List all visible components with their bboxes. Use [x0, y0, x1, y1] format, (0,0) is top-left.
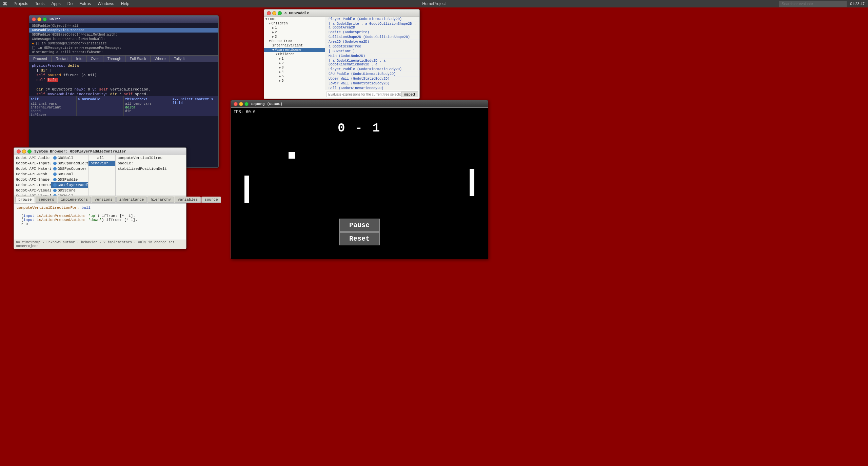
list-item[interactable]: GDSCpuPaddleCont [51, 161, 88, 166]
menu-tools[interactable]: Tools [32, 1, 48, 7]
list-item[interactable]: Godot-API-Shape [14, 177, 51, 182]
tree-item[interactable]: ▶4 [264, 70, 325, 74]
tree-item-children[interactable]: ▼Children [264, 21, 325, 26]
close-button[interactable] [32, 17, 36, 21]
list-item[interactable]: Godot-API-VisualScript [14, 188, 51, 193]
menu-windows[interactable]: Windows [94, 1, 118, 7]
close-button[interactable] [267, 11, 271, 15]
list-item[interactable]: Godot-API-VisualShade [14, 193, 51, 196]
tab-inheritance[interactable]: inheritance [116, 197, 147, 203]
list-item[interactable]: GDSFpsCounter [51, 166, 88, 171]
inspect-button[interactable]: inspect [401, 92, 418, 97]
tree-item[interactable]: ▶6 [264, 79, 325, 83]
info-button[interactable]: Info [72, 56, 86, 62]
list-item[interactable]: GDSGoal [51, 171, 88, 177]
tree-item-scene-tree[interactable]: ▼Scene Tree [264, 39, 325, 43]
tree-item[interactable]: ▼Children [264, 52, 325, 57]
list-item[interactable]: Godot-API-InputEvent [14, 161, 51, 166]
tree-panel: ▼root ▼Children ▶1 ▶2 ▶3 ▼Scene Tree int… [264, 17, 325, 99]
stack-item[interactable]: [] in GDMessageListener>>initialize [29, 41, 218, 46]
context-self[interactable]: self all inst vars internalVariant speed… [29, 96, 77, 116]
tally-button[interactable]: Tally It [170, 56, 189, 62]
minimize-button[interactable] [239, 102, 243, 106]
stack-item-selected[interactable]: GDSPaddle>>physicsProcess: [29, 28, 218, 33]
list-item[interactable]: Godot-API-Mesh [14, 171, 51, 177]
through-button[interactable]: Through [103, 56, 126, 62]
tab-senders[interactable]: senders [36, 197, 57, 203]
list-item[interactable]: paddle: [116, 161, 186, 166]
list-item[interactable]: Godot-API-Texture [14, 182, 51, 188]
maximize-button[interactable] [27, 149, 32, 154]
property-value: { a GodotKinematicBody2D . a GodotKinema… [329, 59, 417, 66]
tab-browse[interactable]: browse [15, 197, 35, 203]
menu-extras[interactable]: Extras [76, 1, 94, 7]
tree-item-current-scene[interactable]: ▼#currentScene [264, 48, 325, 52]
property-item: Main (GodotNode2D) [325, 54, 419, 59]
list-item[interactable]: Godot-API-Material [14, 166, 51, 171]
minimize-button[interactable] [22, 149, 26, 154]
list-item[interactable]: GDSScore [51, 188, 88, 193]
list-item-selected[interactable]: behavior [88, 161, 115, 166]
proceed-button[interactable]: Proceed [29, 56, 52, 62]
minimize-button[interactable] [37, 17, 41, 21]
list-item[interactable]: -- all -- [88, 155, 115, 161]
stack-item[interactable]: GDSPaddle(Object)>>halt [29, 24, 218, 28]
tree-item-root[interactable]: ▼root [264, 17, 325, 21]
game-titlebar: Squong (DEBUG) [231, 100, 488, 108]
stack-item[interactable]: GDMessageListener>>handleMethodCall: [29, 37, 218, 41]
where-button[interactable]: Where [151, 56, 170, 62]
maximize-button[interactable] [278, 11, 282, 15]
list-item[interactable]: Godot-API-Audio [14, 155, 51, 161]
minimize-button[interactable] [272, 11, 276, 15]
property-item: Sprite (GodotSprite) [325, 30, 419, 35]
list-item[interactable]: GDSWall [51, 193, 88, 196]
restart-button[interactable]: Restart [52, 56, 72, 62]
pause-button[interactable]: Pause [339, 219, 380, 232]
reset-button[interactable]: Reset [339, 232, 380, 245]
list-item[interactable]: computeVerticalDirec [116, 155, 186, 161]
menu-apps[interactable]: Apps [48, 1, 64, 7]
context-this: thisContext all temp vars delta dir [124, 96, 171, 116]
tab-hierarchy[interactable]: hierarchy [147, 197, 174, 203]
menu-projects[interactable]: Projects [10, 1, 32, 7]
tree-item[interactable]: ▶2 [264, 61, 325, 65]
tab-source[interactable]: source [201, 197, 221, 203]
maximize-button[interactable] [244, 102, 249, 106]
inspector-window: a GDSPaddle ▼root ▼Children ▶1 ▶2 ▶3 ▼Sc… [264, 9, 420, 99]
code-line: | dir | [32, 68, 216, 73]
maximize-button[interactable] [43, 17, 47, 21]
stack-item[interactable]: Distincting a stillPresentIfAbsent: [29, 50, 218, 55]
tab-versions[interactable]: versions [92, 197, 116, 203]
list-item[interactable]: GDSPaddle [51, 177, 88, 182]
tree-item[interactable]: ▶1 [264, 57, 325, 61]
tree-item[interactable]: ▶5 [264, 74, 325, 79]
menu-help[interactable]: Help [118, 1, 133, 7]
stack-item[interactable]: GDSPaddle(GDBBaseObject)>>callMethod:wit… [29, 33, 218, 37]
over-button[interactable]: Over [87, 56, 103, 62]
stack-item[interactable]: [] in GDMessageListener>>responseForMess… [29, 46, 218, 50]
tree-item[interactable]: ▶1 [264, 26, 325, 30]
context-paddle: a GDSPaddle [77, 96, 124, 116]
property-item: Lower Wall (GodotStaticBody2D) [325, 81, 419, 86]
context-select[interactable]: <-- Select context's field [171, 96, 219, 116]
fps-counter: FPS: 60.0 [234, 110, 256, 115]
close-button[interactable] [17, 149, 21, 154]
close-button[interactable] [234, 102, 238, 106]
tree-item[interactable]: ▶2 [264, 30, 325, 35]
menu-do[interactable]: Do [64, 1, 76, 7]
tab-implementors[interactable]: implementors [58, 197, 91, 203]
list-item[interactable]: stabilizedPositionDelt [116, 166, 186, 171]
tab-variables[interactable]: variables [175, 197, 201, 203]
list-item[interactable]: GDSBall [51, 155, 88, 161]
tree-item[interactable]: ▶3 [264, 35, 325, 39]
menubar: ⌘ Projects Tools Apps Do Extras Windows … [0, 0, 868, 7]
tree-item[interactable]: internalVariant [264, 43, 325, 48]
search-input[interactable] [779, 1, 847, 7]
tree-item[interactable]: ▶3 [264, 65, 325, 70]
right-panel: Player Paddle (GodotKinematicBody2D) { a… [325, 17, 419, 99]
menubar-right: 01:23:47 [779, 1, 868, 7]
apple-menu[interactable]: ⌘ [0, 0, 10, 7]
inspector-titlebar: a GDSPaddle [264, 9, 419, 17]
list-item-selected[interactable]: GDSPlayerPaddleCo [51, 182, 88, 188]
full-stack-button[interactable]: Full Stack [126, 56, 151, 62]
